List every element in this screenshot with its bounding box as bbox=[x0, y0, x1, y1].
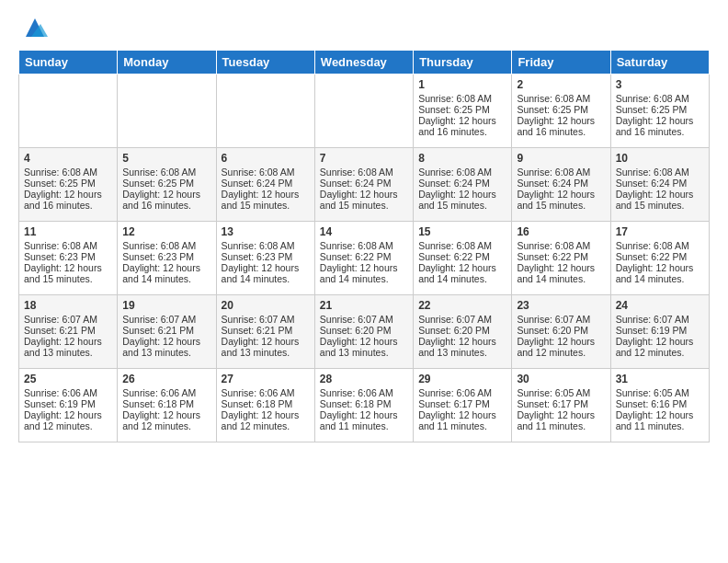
day-number: 27 bbox=[222, 373, 310, 385]
day-info: Daylight: 12 hours bbox=[222, 189, 310, 200]
day-info: and 16 minutes. bbox=[517, 126, 605, 137]
day-info: Sunrise: 6:06 AM bbox=[418, 387, 506, 398]
day-info: Sunrise: 6:08 AM bbox=[418, 167, 506, 178]
calendar-cell: 24Sunrise: 6:07 AMSunset: 6:19 PMDayligh… bbox=[610, 295, 709, 369]
day-info: Sunset: 6:23 PM bbox=[24, 251, 112, 262]
calendar-cell: 11Sunrise: 6:08 AMSunset: 6:23 PMDayligh… bbox=[19, 222, 118, 295]
day-info: and 12 minutes. bbox=[122, 420, 210, 431]
day-number: 1 bbox=[418, 78, 506, 91]
day-info: and 16 minutes. bbox=[418, 126, 506, 137]
calendar-cell: 9Sunrise: 6:08 AMSunset: 6:24 PMDaylight… bbox=[512, 148, 610, 222]
day-info: Daylight: 12 hours bbox=[517, 189, 605, 200]
day-info: and 11 minutes. bbox=[517, 420, 605, 431]
day-info: and 12 minutes. bbox=[517, 347, 605, 358]
day-info: Sunset: 6:22 PM bbox=[320, 251, 408, 262]
day-info: Daylight: 12 hours bbox=[418, 262, 506, 273]
day-info: Sunrise: 6:08 AM bbox=[517, 167, 605, 178]
column-header-monday: Monday bbox=[118, 51, 216, 75]
calendar-cell bbox=[216, 75, 314, 148]
day-info: Daylight: 12 hours bbox=[122, 336, 210, 347]
calendar-cell: 16Sunrise: 6:08 AMSunset: 6:22 PMDayligh… bbox=[512, 222, 610, 295]
calendar-cell: 21Sunrise: 6:07 AMSunset: 6:20 PMDayligh… bbox=[314, 295, 413, 369]
day-info: and 15 minutes. bbox=[24, 273, 112, 284]
day-number: 2 bbox=[517, 78, 605, 91]
day-number: 11 bbox=[24, 225, 112, 238]
calendar-cell: 31Sunrise: 6:05 AMSunset: 6:16 PMDayligh… bbox=[610, 369, 709, 442]
day-info: Sunset: 6:17 PM bbox=[517, 398, 605, 409]
day-info: Sunrise: 6:08 AM bbox=[320, 240, 408, 251]
day-info: Sunset: 6:25 PM bbox=[122, 178, 210, 189]
day-info: Sunrise: 6:08 AM bbox=[24, 240, 112, 251]
day-info: Daylight: 12 hours bbox=[517, 262, 605, 273]
day-info: Sunrise: 6:08 AM bbox=[517, 240, 605, 251]
day-info: Sunset: 6:24 PM bbox=[616, 178, 704, 189]
day-info: Daylight: 12 hours bbox=[616, 189, 704, 200]
day-info: Daylight: 12 hours bbox=[517, 336, 605, 347]
day-info: Sunrise: 6:08 AM bbox=[122, 167, 210, 178]
day-info: Daylight: 12 hours bbox=[320, 262, 408, 273]
day-info: Sunrise: 6:06 AM bbox=[222, 387, 310, 398]
logo bbox=[18, 15, 48, 40]
day-info: Sunset: 6:22 PM bbox=[616, 251, 704, 262]
day-info: Sunrise: 6:07 AM bbox=[418, 314, 506, 325]
day-info: and 14 minutes. bbox=[616, 273, 704, 284]
day-info: Sunset: 6:22 PM bbox=[517, 251, 605, 262]
day-info: and 11 minutes. bbox=[320, 420, 408, 431]
calendar-cell: 23Sunrise: 6:07 AMSunset: 6:20 PMDayligh… bbox=[512, 295, 610, 369]
calendar-cell bbox=[118, 75, 216, 148]
day-info: Daylight: 12 hours bbox=[24, 189, 112, 200]
day-info: Daylight: 12 hours bbox=[320, 189, 408, 200]
day-info: and 15 minutes. bbox=[320, 200, 408, 211]
day-info: Daylight: 12 hours bbox=[616, 115, 704, 126]
day-info: and 14 minutes. bbox=[222, 273, 310, 284]
day-info: Daylight: 12 hours bbox=[24, 336, 112, 347]
day-info: Sunrise: 6:08 AM bbox=[122, 240, 210, 251]
calendar-cell: 20Sunrise: 6:07 AMSunset: 6:21 PMDayligh… bbox=[216, 295, 314, 369]
day-info: Daylight: 12 hours bbox=[418, 189, 506, 200]
day-info: Sunset: 6:20 PM bbox=[517, 325, 605, 336]
day-info: and 13 minutes. bbox=[222, 347, 310, 358]
day-info: Sunrise: 6:07 AM bbox=[24, 314, 112, 325]
calendar-week-row: 1Sunrise: 6:08 AMSunset: 6:25 PMDaylight… bbox=[19, 75, 710, 148]
day-number: 9 bbox=[517, 152, 605, 165]
calendar-cell: 5Sunrise: 6:08 AMSunset: 6:25 PMDaylight… bbox=[118, 148, 216, 222]
day-info: Daylight: 12 hours bbox=[616, 262, 704, 273]
calendar-week-row: 18Sunrise: 6:07 AMSunset: 6:21 PMDayligh… bbox=[19, 295, 710, 369]
day-info: Sunset: 6:18 PM bbox=[222, 398, 310, 409]
day-info: Daylight: 12 hours bbox=[517, 115, 605, 126]
calendar-cell: 8Sunrise: 6:08 AMSunset: 6:24 PMDaylight… bbox=[414, 148, 512, 222]
day-info: Daylight: 12 hours bbox=[24, 262, 112, 273]
day-number: 3 bbox=[616, 78, 704, 91]
day-info: Sunset: 6:25 PM bbox=[616, 104, 704, 115]
calendar-cell: 10Sunrise: 6:08 AMSunset: 6:24 PMDayligh… bbox=[610, 148, 709, 222]
day-info: Sunset: 6:22 PM bbox=[418, 251, 506, 262]
day-number: 26 bbox=[122, 373, 210, 385]
day-info: Sunset: 6:21 PM bbox=[24, 325, 112, 336]
day-info: and 11 minutes. bbox=[418, 420, 506, 431]
day-info: Sunset: 6:24 PM bbox=[418, 178, 506, 189]
day-info: Sunrise: 6:07 AM bbox=[517, 314, 605, 325]
day-number: 12 bbox=[122, 225, 210, 238]
calendar-cell: 7Sunrise: 6:08 AMSunset: 6:24 PMDaylight… bbox=[314, 148, 413, 222]
day-number: 18 bbox=[24, 299, 112, 312]
calendar-cell: 13Sunrise: 6:08 AMSunset: 6:23 PMDayligh… bbox=[216, 222, 314, 295]
day-info: and 16 minutes. bbox=[122, 200, 210, 211]
day-info: Daylight: 12 hours bbox=[418, 336, 506, 347]
calendar-cell: 28Sunrise: 6:06 AMSunset: 6:18 PMDayligh… bbox=[314, 369, 413, 442]
day-number: 20 bbox=[222, 299, 310, 312]
day-info: Sunset: 6:24 PM bbox=[222, 178, 310, 189]
day-info: Sunset: 6:18 PM bbox=[320, 398, 408, 409]
day-info: Daylight: 12 hours bbox=[222, 262, 310, 273]
day-number: 21 bbox=[320, 299, 408, 312]
day-info: Sunrise: 6:05 AM bbox=[517, 387, 605, 398]
day-info: and 15 minutes. bbox=[517, 200, 605, 211]
calendar-cell: 22Sunrise: 6:07 AMSunset: 6:20 PMDayligh… bbox=[414, 295, 512, 369]
calendar-week-row: 11Sunrise: 6:08 AMSunset: 6:23 PMDayligh… bbox=[19, 222, 710, 295]
day-number: 10 bbox=[616, 152, 704, 165]
day-info: Sunrise: 6:08 AM bbox=[320, 167, 408, 178]
day-info: Sunset: 6:18 PM bbox=[122, 398, 210, 409]
day-info: and 12 minutes. bbox=[616, 347, 704, 358]
header bbox=[18, 15, 710, 40]
day-info: Sunrise: 6:07 AM bbox=[320, 314, 408, 325]
day-info: Sunrise: 6:08 AM bbox=[616, 240, 704, 251]
